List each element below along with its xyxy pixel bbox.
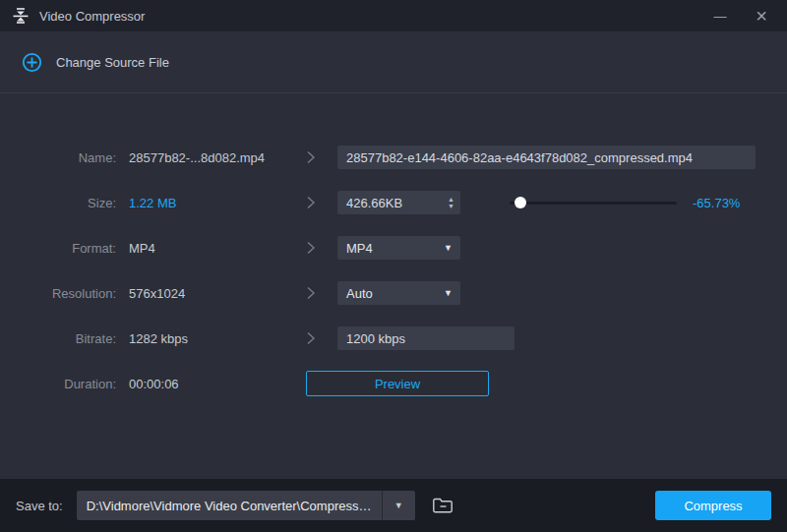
folder-icon: [432, 496, 454, 515]
name-label: Name:: [0, 150, 116, 165]
save-to-label: Save to:: [16, 499, 63, 513]
output-name-input[interactable]: [337, 146, 756, 169]
target-size-value[interactable]: [337, 196, 448, 210]
name-source-value: 28577b82-...8d082.mp4: [129, 150, 306, 165]
compression-form: Name: 28577b82-...8d082.mp4 Size: 1.22 M…: [0, 93, 787, 479]
size-source-value: 1.22 MB: [129, 196, 306, 210]
form-row-format: Format: MP4 MP4 ▼: [0, 225, 787, 270]
chevron-right-icon: [306, 195, 318, 210]
form-row-name: Name: 28577b82-...8d082.mp4: [0, 135, 787, 180]
form-row-bitrate: Bitrate: 1282 kbps: [0, 316, 787, 361]
close-icon[interactable]: ×: [748, 4, 775, 28]
form-row-resolution: Resolution: 576x1024 Auto ▼: [0, 270, 787, 316]
resolution-select[interactable]: Auto ▼: [337, 281, 460, 305]
spinner-down-icon[interactable]: ▼: [448, 203, 454, 209]
source-header: Change Source File: [0, 31, 787, 93]
size-slider[interactable]: [510, 196, 677, 209]
format-select[interactable]: MP4 ▼: [337, 236, 460, 260]
bitrate-source-value: 1282 kbps: [129, 331, 306, 346]
window-title: Video Compressor: [39, 9, 145, 24]
resolution-label: Resolution:: [0, 286, 116, 301]
chevron-right-icon: [306, 285, 318, 301]
form-row-size: Size: 1.22 MB ▲ ▼ -65.73%: [0, 180, 787, 225]
compress-logo-icon: [12, 7, 30, 25]
save-path-value: D:\Vidmore\Vidmore Video Converter\Compr…: [77, 499, 382, 513]
spinner-up-icon[interactable]: ▲: [448, 196, 454, 203]
resolution-source-value: 576x1024: [129, 286, 306, 301]
bitrate-label: Bitrate:: [0, 331, 116, 346]
format-select-value: MP4: [337, 241, 444, 256]
add-source-icon[interactable]: [22, 52, 42, 73]
duration-label: Duration:: [0, 377, 116, 391]
format-source-value: MP4: [129, 241, 306, 256]
format-label: Format:: [0, 241, 116, 256]
titlebar: Video Compressor — ×: [0, 0, 787, 31]
chevron-right-icon: [306, 240, 318, 256]
target-bitrate-input[interactable]: [337, 326, 515, 350]
video-compressor-window: Video Compressor — × Change Source File …: [0, 0, 787, 532]
size-slider-thumb[interactable]: [515, 197, 526, 208]
caret-down-icon[interactable]: ▼: [383, 501, 415, 510]
chevron-right-icon: [306, 330, 318, 346]
caret-down-icon: ▼: [444, 243, 460, 253]
save-path-combo[interactable]: D:\Vidmore\Vidmore Video Converter\Compr…: [77, 491, 415, 520]
minimize-icon[interactable]: —: [706, 4, 734, 28]
resolution-select-value: Auto: [337, 286, 444, 301]
open-folder-button[interactable]: [429, 493, 458, 518]
size-label: Size:: [0, 196, 116, 210]
form-row-duration: Duration: 00:00:06 Preview: [0, 361, 787, 406]
chevron-right-icon: [306, 149, 318, 165]
compress-button[interactable]: Compress: [655, 491, 771, 520]
footer-bar: Save to: D:\Vidmore\Vidmore Video Conver…: [0, 479, 787, 532]
size-reduction-percent: -65.73%: [693, 196, 740, 210]
caret-down-icon: ▼: [444, 288, 460, 298]
target-size-input[interactable]: ▲ ▼: [337, 191, 460, 214]
preview-button[interactable]: Preview: [306, 371, 489, 396]
size-slider-track: [510, 202, 677, 205]
change-source-file-button[interactable]: Change Source File: [56, 55, 169, 70]
duration-source-value: 00:00:06: [129, 377, 306, 391]
